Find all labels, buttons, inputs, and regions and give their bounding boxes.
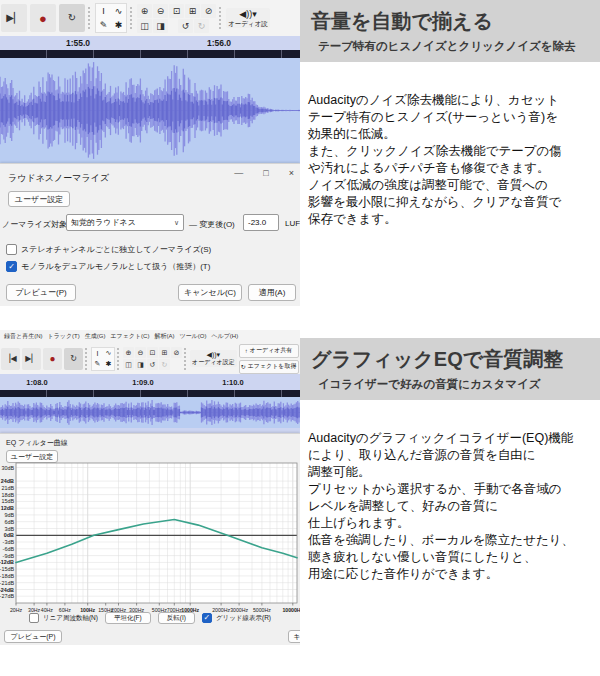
record-button[interactable]: ● (30, 4, 56, 32)
audio-setup-button[interactable]: ◀))▾ オーディオ設定 (226, 8, 270, 29)
eq-filter-curve-dialog: EQ フィルター曲線 ユーザー設定 30dB24dB21dB18dB15dB12… (0, 433, 300, 645)
waveform-track[interactable] (0, 397, 300, 428)
minimize-button[interactable]: — (234, 168, 243, 178)
zoom-selection-button[interactable]: ⊡ (147, 347, 158, 358)
timeline-scrub-bar[interactable] (0, 50, 300, 58)
timeline-ruler[interactable]: 1:08.0 1:09.0 1:10.0 (0, 374, 300, 390)
y-axis-label: -9dB (3, 553, 15, 559)
redo-button[interactable]: ↻ (159, 359, 170, 370)
audio-share-label: オーディオ共有 (250, 346, 293, 355)
skip-to-start-button[interactable]: ▕◀ (1, 348, 20, 370)
stereo-independent-label: ステレオチャンネルごとに独立してノーマライズ(S) (21, 244, 211, 255)
selection-tool-button[interactable]: I (96, 4, 111, 18)
skip-to-end-button[interactable]: ▶▏ (1, 4, 27, 32)
multi-tool-button[interactable]: ✱ (111, 18, 126, 32)
section1-subtitle: テープ特有のヒスノイズとクリックノイズを除去 (318, 39, 576, 54)
skip-to-end-button[interactable]: ▶▏ (22, 348, 41, 370)
y-axis-label: 0dB (4, 532, 14, 538)
preview-button[interactable]: プレビュー(P) (6, 284, 76, 301)
waveform-track[interactable] (0, 58, 300, 163)
zoom-in-button[interactable]: ⊕ (137, 4, 152, 18)
user-presets-button[interactable]: ユーザー設定 (8, 191, 70, 207)
menu-item[interactable]: トラック(T) (47, 332, 79, 341)
y-axis-label: -21dB (0, 580, 14, 586)
envelope-tool-button[interactable]: ∿ (103, 348, 114, 359)
linear-frequency-checkbox[interactable] (29, 613, 39, 623)
y-axis-label: -18dB (0, 573, 14, 579)
undo-button[interactable]: ↺ (147, 359, 158, 370)
audio-setup-button[interactable]: ◀))▾ オーディオ設定 (190, 350, 237, 368)
trim-audio-icon: ◫ (125, 361, 132, 369)
cancel-button[interactable]: キャンセル(C) (178, 284, 242, 301)
zoom-in-button[interactable]: ⊕ (123, 347, 134, 358)
envelope-tool-button[interactable]: ∿ (111, 4, 126, 18)
silence-audio-button[interactable]: ◨ (153, 19, 168, 33)
zoom-project-button[interactable]: ⊞ (159, 347, 170, 358)
maximize-button[interactable]: □ (263, 168, 268, 178)
section1-title: 音量を自動で揃える (311, 8, 493, 35)
cancel-button[interactable]: キャンセル(C) (288, 630, 300, 643)
menu-item[interactable]: 録音と再生(N) (4, 332, 42, 341)
audio-share-button[interactable]: ↑ オーディオ共有 (239, 344, 299, 358)
dual-mono-checkbox[interactable]: ✓ (6, 261, 17, 272)
zoom-selection-button[interactable]: ⊡ (169, 4, 184, 18)
target-level-input[interactable]: -23.0 (243, 214, 279, 231)
section1-description: Audacityのノイズ除去機能により、カセット テープ特有のヒスノイズ(サーっ… (308, 92, 598, 228)
y-axis-label: 18dB (1, 492, 14, 498)
trim-audio-button[interactable]: ◫ (137, 19, 152, 33)
multi-tool-button[interactable]: ✱ (103, 359, 114, 370)
timeline-scrub-bar[interactable] (0, 390, 300, 397)
linear-frequency-label: リニア周波数軸(N) (43, 614, 98, 623)
y-axis-label: -3dB (3, 539, 15, 545)
loop-icon: ↻ (68, 13, 76, 23)
eq-curve-chart[interactable]: 30dB24dB21dB18dB15dB12dB9dB6dB3dB0dB-3dB… (0, 460, 300, 620)
selection-tool-button[interactable]: I (92, 348, 103, 359)
apply-button[interactable]: 適用(A) (248, 284, 296, 301)
zoom-project-button[interactable]: ⊞ (185, 4, 200, 18)
y-axis-label: -15dB (0, 566, 14, 572)
upload-icon: ↑ (245, 348, 248, 354)
zoom-out-button[interactable]: ⊖ (135, 347, 146, 358)
record-icon: ● (49, 354, 55, 364)
edit-toolbar: ⊕ ⊖ ⊡ ⊞ ⊘ ◫ ◨ ↺ ↻ (137, 4, 216, 33)
draw-tool-button[interactable]: ✎ (92, 359, 103, 370)
show-grid-checkbox[interactable]: ✓ (202, 613, 212, 623)
zoom-toggle-button[interactable]: ⊘ (201, 4, 216, 18)
check-icon: ✓ (8, 263, 15, 271)
menu-item[interactable]: ツール(O) (179, 332, 206, 341)
dropdown-icon: ▾ (252, 9, 257, 19)
close-button[interactable]: × (289, 168, 294, 178)
zoom-out-button[interactable]: ⊖ (153, 4, 168, 18)
draw-tool-button[interactable]: ✎ (96, 18, 111, 32)
get-effects-button[interactable]: ↻ エフェクトを取得 (239, 360, 299, 374)
undo-button[interactable]: ↺ (178, 19, 193, 33)
redo-icon: ↻ (162, 361, 168, 369)
y-axis-label: 15dB (1, 498, 14, 504)
redo-button[interactable]: ↻ (194, 19, 209, 33)
toolbar-separator (219, 7, 223, 29)
y-axis-label: 21dB (1, 485, 14, 491)
waveform-graphic (0, 58, 300, 163)
menu-item[interactable]: エフェクト(C) (110, 332, 149, 341)
flatten-button[interactable]: 平坦化(F) (105, 612, 151, 624)
toolbar-gap (169, 19, 177, 33)
timeline-ruler[interactable]: 1:55.0 1:56.0 (0, 36, 300, 50)
silence-audio-button[interactable]: ◨ (135, 359, 146, 370)
menu-item[interactable]: 生成(G) (85, 332, 106, 341)
menu-item[interactable]: 解析(A) (154, 332, 174, 341)
plot-background (16, 463, 297, 603)
loop-button[interactable]: ↻ (64, 348, 83, 370)
preview-button[interactable]: プレビュー(P) (4, 630, 62, 643)
menu-item[interactable]: ヘルプ(H) (211, 332, 238, 341)
trim-audio-button[interactable]: ◫ (123, 359, 134, 370)
record-button[interactable]: ● (43, 348, 62, 370)
loop-button[interactable]: ↻ (59, 4, 85, 32)
normalize-target-select[interactable]: 知覚的ラウドネス ∨ (66, 214, 184, 231)
zoom-toggle-icon: ⊘ (205, 6, 213, 16)
stereo-independent-checkbox[interactable] (6, 244, 17, 255)
zoom-toggle-button[interactable]: ⊘ (171, 347, 182, 358)
zoom-out-icon: ⊖ (138, 349, 144, 357)
y-axis-label: -24dB (0, 587, 14, 593)
invert-button[interactable]: 反転(I) (158, 612, 195, 624)
chevron-down-icon: ∨ (174, 219, 179, 227)
